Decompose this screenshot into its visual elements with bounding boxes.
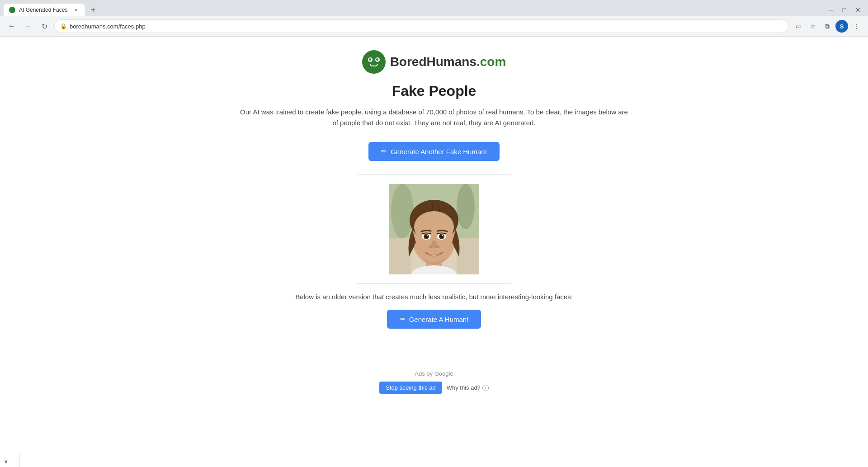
minimize-button[interactable]: ─ [826, 5, 837, 14]
back-button[interactable]: ← [5, 20, 18, 33]
svg-point-2 [391, 184, 414, 238]
logo-face [368, 57, 380, 66]
svg-point-9 [414, 211, 454, 243]
logo-mouth [370, 64, 378, 66]
menu-button[interactable]: ⋮ [850, 20, 863, 33]
older-version-text: Below is an older version that creates m… [240, 293, 628, 301]
face-image [389, 184, 479, 274]
generate-another-button[interactable]: ✏ Generate Another Fake Human! [368, 142, 500, 161]
ads-section: Ads by Google Stop seeing this ad Why th… [240, 361, 628, 394]
face-image-container [240, 184, 628, 274]
restore-button[interactable]: □ [839, 5, 850, 14]
page-content: BoredHumans.com Fake People Our AI was t… [0, 37, 868, 467]
bottom-divider [357, 283, 511, 284]
tab-title: AI Generated Faces [19, 7, 67, 13]
page-title: Fake People [240, 83, 628, 99]
svg-point-21 [443, 241, 454, 249]
page-description: Our AI was trained to create fake people… [240, 107, 628, 128]
extensions-button[interactable]: ⧉ [821, 20, 834, 33]
pencil-icon: ✏ [381, 147, 387, 156]
tab-close-button[interactable]: × [72, 6, 80, 14]
back-icon: ← [8, 22, 15, 30]
reload-button[interactable]: ↻ [38, 20, 51, 33]
svg-point-17 [442, 235, 443, 236]
svg-point-16 [427, 235, 428, 236]
profile-button[interactable]: S [835, 20, 848, 33]
reload-icon: ↻ [42, 22, 47, 31]
forward-button[interactable]: → [22, 20, 34, 33]
address-bar[interactable]: 🔒 boredhumans.com/faces.php [54, 19, 788, 33]
bookmark-button[interactable]: ☆ [807, 20, 819, 33]
logo-dotcom: .com [476, 55, 506, 69]
puzzle-icon: ⧉ [825, 23, 830, 30]
info-symbol: i [485, 385, 486, 390]
nav-actions: ▭ ☆ ⧉ S ⋮ [792, 20, 863, 33]
tab-favicon [9, 7, 15, 13]
why-this-ad-container: Why this ad? i [447, 384, 489, 391]
stop-seeing-button[interactable]: Stop seeing this ad [379, 382, 442, 394]
panel-divider [19, 454, 19, 467]
nav-bar: ← → ↻ 🔒 boredhumans.com/faces.php ▭ ☆ ⧉ … [0, 16, 868, 36]
bottom-chevron[interactable]: ∨ [4, 458, 8, 465]
svg-point-20 [414, 241, 425, 249]
svg-point-3 [457, 184, 475, 229]
ads-buttons: Stop seeing this ad Why this ad? i [240, 382, 628, 394]
logo-eyes [368, 57, 380, 62]
top-divider [357, 175, 511, 175]
profile-initial: S [840, 23, 844, 30]
logo-text: BoredHumans.com [390, 55, 506, 69]
logo-brand-name: BoredHumans [390, 55, 476, 69]
why-this-ad-text: Why this ad? [447, 384, 481, 391]
main-content: Fake People Our AI was trained to create… [231, 83, 637, 394]
tab-bar: AI Generated Faces × + ─ □ ✕ [0, 0, 868, 16]
generate-human-label: Generate A Human! [409, 316, 469, 323]
lock-icon: 🔒 [60, 23, 67, 29]
logo-icon [362, 50, 386, 74]
cast-button[interactable]: ▭ [792, 20, 805, 33]
cast-icon: ▭ [796, 23, 802, 30]
svg-point-18 [428, 245, 432, 248]
active-tab[interactable]: AI Generated Faces × [4, 4, 85, 16]
logo-container: BoredHumans.com [362, 50, 506, 74]
generate-human-button[interactable]: ✏ Generate A Human! [387, 310, 481, 329]
close-window-button[interactable]: ✕ [852, 5, 864, 14]
ads-by-google-label: Ads by Google [240, 370, 628, 377]
lower-divider [357, 347, 511, 347]
kebab-icon: ⋮ [853, 23, 859, 30]
svg-point-19 [436, 245, 440, 248]
site-header: BoredHumans.com [0, 37, 868, 83]
new-tab-button[interactable]: + [87, 4, 99, 16]
star-icon: ☆ [810, 23, 816, 30]
logo-eye-left [368, 57, 373, 62]
info-icon[interactable]: i [482, 385, 489, 391]
pencil-icon-2: ✏ [400, 315, 406, 323]
browser-chrome: AI Generated Faces × + ─ □ ✕ ← → ↻ 🔒 bor… [0, 0, 868, 37]
url-text: boredhumans.com/faces.php [70, 23, 146, 30]
logo-eye-right [375, 57, 380, 62]
forward-icon: → [24, 22, 32, 30]
generate-another-label: Generate Another Fake Human! [391, 148, 487, 156]
